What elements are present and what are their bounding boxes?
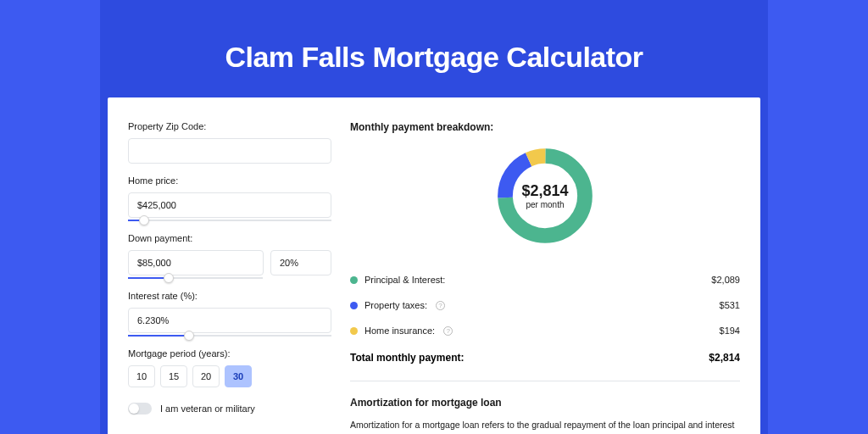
legend-value: $2,089 — [711, 275, 740, 285]
legend-row-pi: Principal & Interest: $2,089 — [350, 267, 740, 292]
period-option-30[interactable]: 30 — [225, 365, 252, 387]
page-container: Clam Falls Mortgage Calculator Property … — [100, 0, 768, 434]
total-row: Total monthly payment: $2,814 — [350, 343, 740, 377]
veteran-row: I am veteran or military — [128, 403, 331, 415]
slider-thumb[interactable] — [184, 331, 194, 341]
period-label: Mortgage period (years): — [128, 348, 331, 359]
amortization-heading: Amortization for mortgage loan — [350, 397, 740, 409]
down-payment-label: Down payment: — [128, 233, 331, 243]
down-payment-input[interactable] — [128, 250, 264, 275]
interest-label: Interest rate (%): — [128, 291, 331, 301]
inputs-column: Property Zip Code: Home price: Down paym… — [128, 121, 331, 434]
amortization-text: Amortization for a mortgage loan refers … — [350, 419, 740, 434]
home-price-label: Home price: — [128, 175, 331, 186]
legend-label: Principal & Interest: — [364, 275, 445, 285]
total-value: $2,814 — [709, 352, 740, 364]
legend-row-ins: Home insurance: ? $194 — [350, 318, 740, 343]
donut-amount: $2,814 — [521, 182, 568, 200]
dot-icon — [350, 327, 358, 335]
calculator-card: Property Zip Code: Home price: Down paym… — [108, 97, 760, 434]
legend-row-tax: Property taxes: ? $531 — [350, 292, 740, 318]
toggle-knob — [129, 403, 139, 414]
period-options: 10 15 20 30 — [128, 365, 331, 387]
legend-label: Home insurance: — [364, 326, 435, 336]
info-icon[interactable]: ? — [436, 301, 445, 310]
zip-label: Property Zip Code: — [128, 121, 331, 131]
period-option-15[interactable]: 15 — [160, 365, 187, 387]
legend-value: $194 — [720, 326, 740, 336]
slider-fill — [128, 277, 169, 279]
dot-icon — [350, 302, 358, 309]
donut-chart: $2,814 per month — [350, 143, 740, 248]
zip-input[interactable] — [128, 138, 331, 164]
interest-input[interactable] — [128, 308, 331, 333]
interest-slider[interactable] — [128, 335, 331, 337]
amortization-section: Amortization for mortgage loan Amortizat… — [350, 381, 740, 434]
slider-thumb[interactable] — [139, 215, 149, 225]
period-option-20[interactable]: 20 — [192, 365, 220, 387]
veteran-toggle[interactable] — [128, 403, 152, 415]
legend-label: Property taxes: — [364, 300, 427, 310]
down-payment-pct-input[interactable] — [270, 250, 331, 275]
breakdown-column: Monthly payment breakdown: $2,814 per mo… — [350, 121, 740, 434]
down-payment-field: Down payment: — [128, 233, 331, 279]
slider-fill — [128, 335, 189, 337]
zip-field: Property Zip Code: — [128, 121, 331, 164]
dot-icon — [350, 276, 358, 284]
interest-field: Interest rate (%): — [128, 291, 331, 337]
down-payment-slider[interactable] — [128, 277, 263, 279]
legend-value: $531 — [720, 300, 740, 310]
period-field: Mortgage period (years): 10 15 20 30 — [128, 348, 331, 387]
veteran-label: I am veteran or military — [160, 403, 255, 414]
period-option-10[interactable]: 10 — [128, 365, 155, 387]
slider-thumb[interactable] — [164, 273, 174, 283]
total-label: Total monthly payment: — [350, 352, 464, 364]
info-icon[interactable]: ? — [443, 326, 453, 336]
home-price-field: Home price: — [128, 175, 331, 221]
home-price-slider[interactable] — [128, 220, 331, 221]
donut-sub: per month — [521, 200, 568, 209]
page-title: Clam Falls Mortgage Calculator — [100, 41, 768, 74]
donut-center: $2,814 per month — [521, 182, 568, 209]
home-price-input[interactable] — [128, 192, 331, 218]
breakdown-heading: Monthly payment breakdown: — [350, 121, 740, 133]
